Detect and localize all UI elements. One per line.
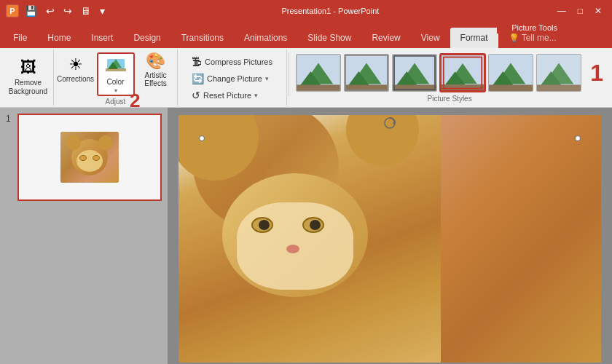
quick-access-toolbar: 💾 ↩ ↪ 🖥 ▾ [22,4,108,18]
corrections-label: Corrections [57,75,94,83]
slide-number: 1 [6,114,15,124]
remove-background-icon: 🖼 [20,58,36,77]
picture-style-5[interactable] [488,54,533,92]
svg-text:P: P [9,7,15,15]
svg-rect-25 [442,84,484,90]
artistic-effects-button[interactable]: 🎨 ArtisticEffects [139,52,173,86]
app-icon: P [6,4,19,17]
svg-rect-5 [106,68,126,71]
picture-styles-group: 1 Picture Styles [290,50,609,106]
picture-style-1[interactable] [296,54,341,92]
compress-icon: 🗜 [192,56,202,68]
compress-pictures-button[interactable]: 🗜 Compress Pictures [187,54,277,70]
picture-style-6[interactable] [536,54,581,92]
tab-home[interactable]: Home [37,28,81,48]
adjust-label: Adjust [106,96,126,106]
svg-rect-35 [537,55,581,91]
close-btn[interactable]: ✕ [590,6,606,16]
color-label: Color [107,78,125,86]
remove-background-label: RemoveBackground [9,79,47,96]
reset-label: Reset Picture [203,91,251,100]
corrections-icon: ☀ [68,55,83,74]
svg-rect-9 [297,84,340,91]
reset-dropdown: ▾ [254,92,258,99]
svg-rect-30 [489,84,533,91]
remove-background-button[interactable]: 🖼 RemoveBackground [7,55,50,100]
tab-slideshow[interactable]: Slide Show [297,28,361,48]
slide-canvas [178,115,601,363]
picture-style-2[interactable] [344,54,389,92]
tab-view[interactable]: View [411,28,450,48]
picture-style-3[interactable] [392,54,437,92]
title-bar-left: P 💾 ↩ ↪ 🖥 ▾ [6,4,108,18]
main-area: 1 [0,108,612,364]
tab-format[interactable]: Format [450,28,498,48]
title-bar: P 💾 ↩ ↪ 🖥 ▾ Presentation1 - PowerPoint —… [0,0,612,22]
picture-style-4[interactable] [440,54,485,92]
minimize-btn[interactable]: — [553,6,570,16]
color-button[interactable]: Color ▾ [97,52,135,96]
color-dropdown-arrow: ▾ [114,87,117,94]
corrections-button[interactable]: ☀ Corrections [59,52,93,86]
tab-design[interactable]: Design [123,28,170,48]
annotation-2: 2 [130,90,140,112]
tab-review[interactable]: Review [361,28,410,48]
slide-panel: 1 [0,108,168,364]
group-remove-background: 🖼 RemoveBackground [3,50,54,106]
tab-animations[interactable]: Animations [234,28,297,48]
redo-btn[interactable]: ↪ [60,4,75,18]
change-dropdown: ▾ [265,75,269,82]
color-icon [106,55,126,76]
change-picture-button[interactable]: 🔄 Change Picture ▾ [187,71,277,87]
picture-tools-label: Picture Tools [497,22,572,33]
change-label: Change Picture [207,74,262,83]
compress-label: Compress Pictures [205,58,272,66]
reset-picture-button[interactable]: ↺ Reset Picture ▾ [187,87,277,103]
picture-styles-label: Picture Styles [428,93,472,103]
change-icon: 🔄 [192,73,204,84]
undo-btn[interactable]: ↩ [43,4,58,18]
reset-icon: ↺ [192,90,200,101]
annotation-1: 1 [590,60,603,87]
window-title: Presentation1 - PowerPoint [112,7,549,15]
maximize-btn[interactable]: □ [573,6,587,16]
canvas-area [168,108,612,364]
artistic-icon: 🎨 [146,52,165,71]
slide-thumbnail[interactable] [17,114,162,201]
artistic-label: ArtisticEffects [144,71,166,87]
ribbon-content: 🖼 RemoveBackground ☀ Corrections [0,48,612,108]
tab-insert[interactable]: Insert [81,28,123,48]
group-adjust: ☀ Corrections [54,50,178,106]
group-picture-actions: 🗜 Compress Pictures 🔄 Change Picture ▾ ↺… [178,50,287,106]
tab-transitions[interactable]: Transitions [171,28,234,48]
save-btn[interactable]: 💾 [22,4,40,18]
tab-file[interactable]: File [3,28,37,48]
window-controls: — □ ✕ [553,6,606,16]
customize-btn[interactable]: ▾ [97,4,108,18]
present-btn[interactable]: 🖥 [78,4,94,18]
